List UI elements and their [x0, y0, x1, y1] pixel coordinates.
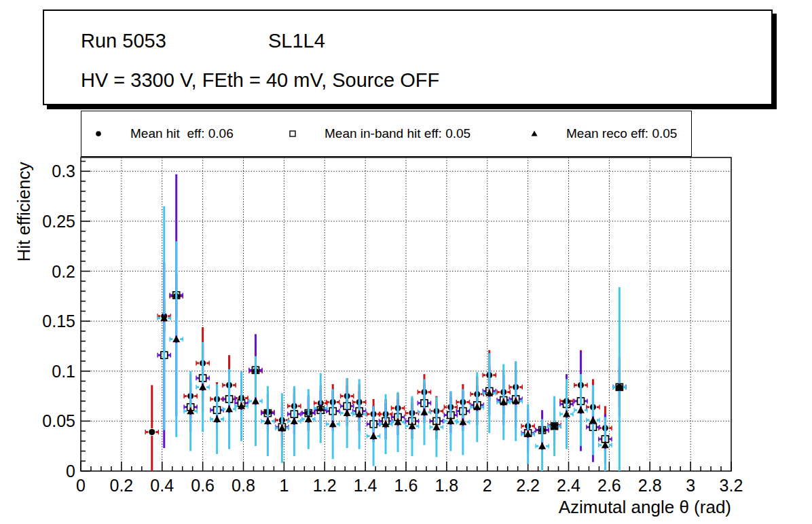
data-point-triangle [213, 415, 221, 422]
y-tick-label: 0.05 [42, 411, 75, 430]
data-point-triangle [473, 403, 481, 410]
data-point-circle [149, 429, 155, 435]
data-point-triangle [370, 432, 377, 439]
x-tick-label: 0 [76, 476, 86, 495]
x-axis-title: Azimutal angle θ (rad) [559, 497, 731, 517]
data-point-triangle [563, 411, 570, 417]
data-point-triangle [524, 430, 532, 437]
data-point-triangle [538, 443, 546, 449]
data-point-triangle [329, 420, 337, 427]
x-tick-label: 0.8 [232, 476, 255, 495]
x-tick-label: 2.8 [638, 476, 662, 495]
y-tick-label: 0.25 [42, 212, 75, 231]
data-point-triangle [394, 418, 402, 425]
y-axis-title: Hit efficiency [14, 162, 34, 262]
data-point-triangle [172, 335, 180, 342]
x-tick-label: 3 [686, 476, 695, 495]
data-point-triangle [264, 417, 272, 424]
data-point-triangle [485, 390, 493, 396]
data-point-triangle [238, 403, 245, 409]
data-point-triangle [225, 405, 233, 412]
data-point-triangle [589, 416, 597, 423]
axis-labels: 00.20.40.60.811.21.41.61.822.22.42.62.83… [14, 162, 743, 517]
y-tick-label: 0.15 [42, 312, 75, 331]
y-tick-label: 0.2 [52, 262, 75, 281]
data-point-triangle [291, 417, 298, 424]
x-tick-label: 0.6 [191, 476, 215, 495]
y-tick-label: 0.1 [52, 362, 75, 381]
x-tick-label: 0.2 [109, 476, 133, 495]
efficiency-plot: 00.20.40.60.811.21.41.61.822.22.42.62.83… [0, 0, 812, 524]
root-canvas: Run 5053 SL1L4 HV = 3300 V, FEth = 40 mV… [0, 0, 812, 524]
data-point-triangle [278, 424, 286, 431]
series-mean-reco-eff [158, 206, 626, 471]
data-point-triangle [199, 383, 206, 390]
data-point-triangle [317, 405, 325, 411]
data-point-triangle [252, 397, 259, 404]
data-point-triangle [420, 409, 428, 415]
x-tick-label: 2.2 [516, 476, 540, 495]
x-tick-label: 2.6 [597, 476, 621, 495]
y-tick-label: 0.3 [52, 162, 75, 181]
data-point-triangle [512, 397, 519, 404]
x-tick-label: 1.2 [313, 476, 337, 495]
x-tick-label: 1.8 [435, 476, 458, 495]
x-tick-label: 2.4 [557, 476, 580, 495]
data-point-triangle [577, 407, 585, 413]
y-tick-label: 0 [66, 462, 75, 481]
x-tick-label: 1.6 [394, 476, 418, 495]
x-tick-label: 1.4 [354, 476, 377, 495]
data-point-triangle [344, 409, 351, 416]
data-point-triangle [500, 398, 507, 405]
data-point-triangle [408, 422, 416, 429]
x-tick-label: 0.4 [150, 476, 174, 495]
data-points [145, 174, 626, 471]
x-tick-label: 3.2 [720, 476, 743, 495]
x-tick-label: 1 [279, 476, 289, 495]
x-tick-label: 2 [483, 476, 492, 495]
data-point-triangle [459, 418, 466, 425]
data-point-triangle [356, 411, 363, 417]
